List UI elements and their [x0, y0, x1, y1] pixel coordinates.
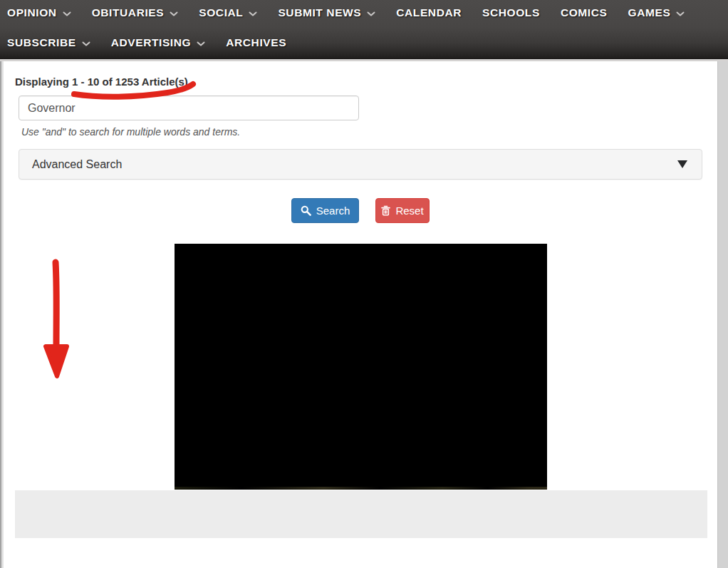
chevron-down-icon [170, 11, 178, 17]
advanced-search-toggle[interactable]: Advanced Search [19, 149, 702, 180]
nav-item-label: ARCHIVES [226, 36, 286, 49]
search-input[interactable] [19, 95, 359, 120]
search-icon [301, 205, 311, 216]
nav-item-opinion[interactable]: OPINION [7, 6, 71, 19]
nav-row-1: OPINION OBITUARIES SOCIAL SUBMIT NEWS CA… [7, 3, 705, 23]
nav-item-label: COMICS [561, 6, 608, 19]
results-summary: Displaying 1 - 10 of 1253 Article(s) [15, 76, 188, 88]
nav-item-label: ADVERTISING [111, 36, 192, 49]
nav-item-label: OPINION [7, 6, 57, 19]
nav-item-archives[interactable]: ARCHIVES [226, 36, 286, 49]
reset-button-label: Reset [395, 205, 423, 217]
nav-item-social[interactable]: SOCIAL [199, 6, 257, 19]
nav-item-label: SUBMIT NEWS [278, 6, 361, 19]
chevron-down-icon [197, 41, 205, 47]
search-button[interactable]: Search [291, 198, 359, 223]
advanced-search-label: Advanced Search [32, 158, 122, 171]
nav-item-subscribe[interactable]: SUBSCRIBE [7, 36, 90, 49]
trash-icon [381, 205, 390, 216]
nav-item-label: SUBSCRIBE [7, 36, 76, 49]
nav-item-calendar[interactable]: CALENDAR [396, 6, 462, 19]
nav-item-advertising[interactable]: ADVERTISING [111, 36, 206, 49]
left-page-gutter [0, 61, 4, 568]
search-hint-text: Use "and" to search for multiple words a… [21, 126, 240, 138]
nav-item-obituaries[interactable]: OBITUARIES [92, 6, 179, 19]
nav-item-label: OBITUARIES [92, 6, 165, 19]
chevron-down-icon [676, 11, 685, 17]
nav-item-label: GAMES [628, 6, 671, 19]
caret-down-icon [677, 160, 687, 168]
nav-item-comics[interactable]: COMICS [561, 6, 608, 19]
chevron-down-icon [63, 11, 71, 17]
nav-item-games[interactable]: GAMES [628, 6, 685, 19]
top-navigation-bar: OPINION OBITUARIES SOCIAL SUBMIT NEWS CA… [0, 0, 728, 61]
nav-item-submit-news[interactable]: SUBMIT NEWS [278, 6, 375, 19]
chevron-down-icon [367, 11, 375, 17]
search-button-label: Search [316, 205, 350, 217]
chevron-down-icon [82, 41, 90, 47]
nav-row-2: SUBSCRIBE ADVERTISING ARCHIVES [7, 33, 307, 53]
reset-button[interactable]: Reset [375, 198, 430, 223]
chevron-down-icon [249, 11, 257, 17]
redacted-article-image [175, 244, 547, 490]
results-footer-band [15, 490, 707, 538]
right-scrollbar-gutter [717, 61, 728, 568]
nav-item-label: CALENDAR [396, 6, 462, 19]
nav-item-schools[interactable]: SCHOOLS [482, 6, 540, 19]
annotation-arrow-down [40, 255, 74, 383]
nav-item-label: SOCIAL [199, 6, 243, 19]
nav-item-label: SCHOOLS [482, 6, 540, 19]
redacted-image-bottom-edge [175, 487, 547, 490]
